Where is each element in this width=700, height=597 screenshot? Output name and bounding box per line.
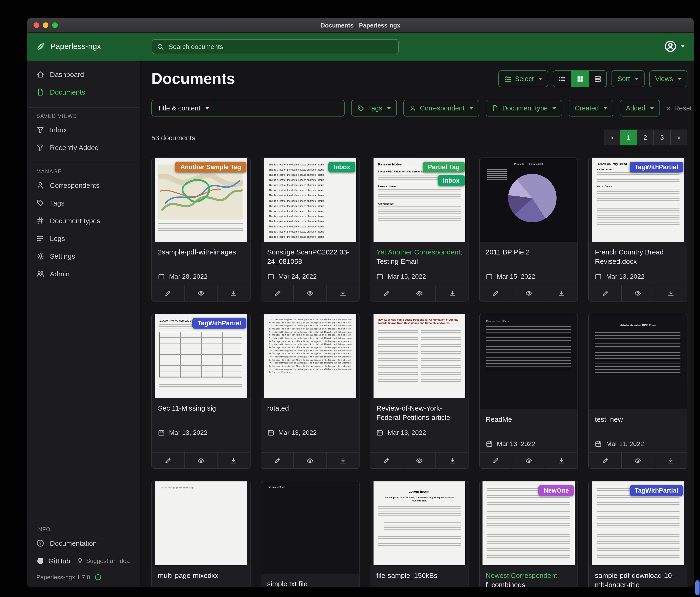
document-card[interactable]: Review of New York Federal Petitions for…	[370, 314, 469, 469]
document-card[interactable]: Patient BP Distribution 20112011 BP Pie …	[479, 158, 578, 302]
global-search[interactable]	[152, 39, 399, 54]
document-title[interactable]: rotated	[267, 404, 353, 423]
filter-tags-button[interactable]: Tags	[351, 100, 397, 117]
github-link[interactable]: GitHub	[36, 557, 70, 565]
document-title[interactable]: Sec 11-Missing sig	[158, 404, 244, 423]
document-title[interactable]: 2011 BP Pie 2	[486, 247, 572, 267]
document-thumbnail[interactable]: Contact Sheet Demo	[480, 314, 578, 409]
document-card[interactable]: Another Sample Tag2sample-pdf-with-image…	[151, 158, 250, 302]
filter-created-button[interactable]: Created	[569, 100, 613, 117]
document-title[interactable]: 2sample-pdf-with-images	[158, 247, 244, 267]
document-title[interactable]: sample-pdf-download-10-mb-longer-title	[595, 571, 681, 587]
download-button[interactable]	[436, 453, 469, 469]
page-3-button[interactable]: 3	[654, 129, 671, 145]
brand[interactable]: Paperless-ngx	[27, 42, 101, 52]
document-title[interactable]: ReadMe	[486, 415, 572, 434]
edit-button[interactable]	[370, 285, 403, 301]
document-title[interactable]: Newest Correspondent: f_combineds	[486, 571, 572, 587]
document-title[interactable]: simple txt file	[267, 579, 353, 587]
document-title[interactable]: Review-of-New-York-Federal-Petitions-art…	[376, 404, 462, 423]
view-button[interactable]	[294, 285, 326, 301]
tag-badge[interactable]: TagWithPartial	[629, 162, 683, 172]
edit-button[interactable]	[261, 285, 294, 301]
document-thumbnail[interactable]: This is the text that appears on the fir…	[261, 314, 359, 398]
edit-button[interactable]	[152, 453, 184, 469]
sidebar-item-dashboard[interactable]: Dashboard	[27, 65, 140, 83]
document-thumbnail[interactable]: This is a test file.	[261, 481, 359, 574]
document-thumbnail[interactable]: Release NotesSimba ODBC Driver for SQL S…	[370, 158, 468, 242]
tag-badge[interactable]: TagWithPartial	[192, 318, 246, 329]
document-card[interactable]: French Country BreadFor the Leaven:Mix t…	[589, 158, 688, 302]
sidebar-item-logs[interactable]: Logs	[27, 229, 140, 247]
document-card[interactable]: Adobe Acrobat PDF Filestest_newMar 11, 2…	[589, 314, 688, 469]
document-thumbnail[interactable]: Review of New York Federal Petitions for…	[370, 314, 468, 398]
document-card[interactable]: NewOneNewest Correspondent: f_combineds	[479, 481, 578, 587]
tag-badge[interactable]: TagWithPartial	[629, 485, 683, 496]
tag-badge[interactable]: Another Sample Tag	[175, 162, 246, 172]
window-titlebar[interactable]: Documents - Paperless-ngx	[27, 18, 694, 33]
page-2-button[interactable]: 2	[637, 129, 654, 145]
document-thumbnail[interactable]: This is a test for the double space char…	[261, 158, 359, 242]
filter-document-type-button[interactable]: Document type	[485, 100, 562, 117]
info-icon[interactable]	[94, 574, 101, 581]
document-title[interactable]: French Country Bread Revised.docx	[595, 247, 681, 267]
sidebar-item-document-types[interactable]: Document types	[27, 212, 140, 229]
edit-button[interactable]	[589, 453, 621, 469]
page-prev-button[interactable]: «	[604, 129, 620, 145]
document-title[interactable]: multi-page-mixedxx	[158, 571, 244, 587]
list-view-button[interactable]	[553, 71, 571, 87]
user-menu[interactable]	[664, 40, 685, 53]
sidebar-item-documentation[interactable]: ? Documentation	[27, 534, 140, 552]
view-button[interactable]	[621, 285, 654, 301]
view-button[interactable]	[621, 453, 654, 469]
scrollbar-thumb[interactable]	[695, 580, 700, 595]
download-button[interactable]	[545, 453, 578, 469]
tag-badge[interactable]: Inbox	[328, 162, 355, 172]
download-button[interactable]	[217, 453, 250, 469]
download-button[interactable]	[545, 285, 578, 301]
download-button[interactable]	[654, 453, 687, 469]
document-thumbnail[interactable]: Another Sample Tag	[152, 158, 250, 242]
sort-button[interactable]: Sort	[611, 70, 644, 87]
tag-badge[interactable]: Inbox	[438, 175, 465, 186]
download-button[interactable]	[654, 285, 687, 301]
document-thumbnail[interactable]: Lorem ipsumLorem ipsum dolor sit amet, c…	[370, 481, 468, 565]
view-button[interactable]	[184, 285, 217, 301]
document-card[interactable]: Release NotesSimba ODBC Driver for SQL S…	[370, 158, 469, 302]
download-button[interactable]	[217, 285, 250, 301]
document-card[interactable]: This is a test file.simple txt file	[260, 481, 359, 587]
document-title[interactable]: Sonstige ScanPC2022 03-24_081058	[267, 247, 353, 267]
sidebar-item-settings[interactable]: Settings	[27, 247, 140, 265]
correspondent-link[interactable]: Yet Another Correspondent	[376, 248, 460, 256]
view-button[interactable]	[512, 285, 545, 301]
sidebar-item-admin[interactable]: Admin	[27, 265, 140, 282]
select-button[interactable]: Select	[498, 70, 548, 87]
view-button[interactable]	[184, 453, 217, 469]
document-card[interactable]: This is a test for the double space char…	[260, 158, 359, 302]
view-button[interactable]	[294, 453, 326, 469]
document-card[interactable]: Lorem ipsumLorem ipsum dolor sit amet, c…	[370, 481, 469, 587]
sidebar-item-correspondents[interactable]: Correspondents	[27, 176, 140, 194]
document-title[interactable]: file-sample_150kBs	[376, 571, 462, 587]
views-button[interactable]: Views	[649, 70, 688, 87]
document-card[interactable]: 1.1 CONTINUING MEDICAL EDUCATagWithParti…	[151, 314, 250, 469]
document-card[interactable]: This is the text that appears on the fir…	[260, 314, 359, 469]
edit-button[interactable]	[370, 453, 403, 469]
edit-button[interactable]	[480, 453, 512, 469]
suggest-idea-link[interactable]: Suggest an idea	[77, 557, 130, 564]
sidebar-item-documents[interactable]: Documents	[27, 83, 140, 101]
tag-badge[interactable]: NewOne	[539, 485, 574, 496]
edit-button[interactable]	[589, 285, 621, 301]
search-input[interactable]	[168, 42, 394, 51]
document-thumbnail[interactable]: 1.1 CONTINUING MEDICAL EDUCATagWithParti…	[152, 314, 250, 398]
document-card[interactable]: TagWithPartialsample-pdf-download-10-mb-…	[589, 481, 688, 587]
page-1-button[interactable]: 1	[620, 129, 637, 145]
document-thumbnail[interactable]: Patient BP Distribution 2011	[480, 158, 578, 242]
correspondent-link[interactable]: Newest Correspondent	[486, 571, 557, 579]
sidebar-item-inbox[interactable]: Inbox	[27, 121, 140, 138]
filter-correspondent-button[interactable]: Correspondent	[403, 100, 479, 117]
download-button[interactable]	[326, 453, 359, 469]
sidebar-item-recently-added[interactable]: Recently Added	[27, 138, 140, 156]
zoom-window-button[interactable]	[52, 22, 58, 28]
close-window-button[interactable]	[33, 22, 39, 28]
